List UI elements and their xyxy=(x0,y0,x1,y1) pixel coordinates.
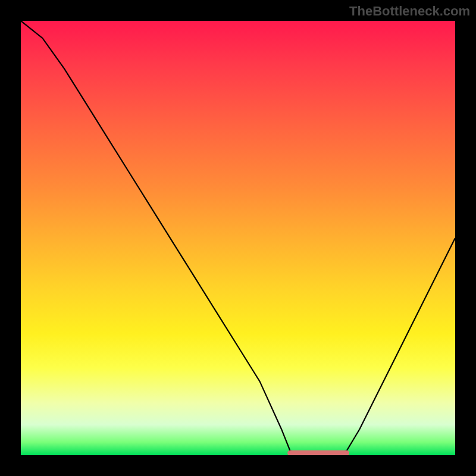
chart-plot-area xyxy=(21,21,455,455)
bottleneck-curve xyxy=(21,21,455,455)
watermark-text: TheBottleneck.com xyxy=(349,4,470,19)
chart-svg xyxy=(21,21,455,455)
